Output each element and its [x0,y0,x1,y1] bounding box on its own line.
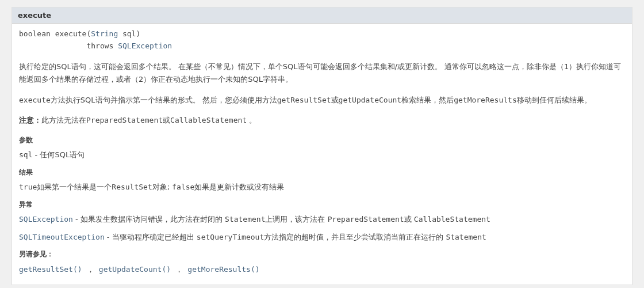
method-detail: execute boolean execute(String sql) thro… [12,7,632,285]
throws-label: 异常 [19,199,625,210]
exception-link[interactable]: SQLTimeoutException [19,233,105,241]
method-title: execute [18,11,51,20]
see-also-links: getResultSet() ， getUpdateCount() ， getM… [19,264,625,276]
param-type-link[interactable]: String [91,29,118,38]
description-para-2: execute方法执行SQL语句并指示第一个结果的形式。 然后，您必须使用方法g… [19,94,625,107]
return-type: boolean [19,29,51,38]
param-desc: 任何SQL语句 [40,150,85,159]
throws-item: SQLTimeoutException - 当驱动程序确定已经超出 setQue… [19,232,625,244]
method-header: execute [12,7,632,24]
see-also-label: 另请参见： [19,249,625,260]
see-also-link[interactable]: getMoreResults() [187,265,259,274]
param-name: sql [19,150,32,159]
note: 注意：此方法无法在PreparedStatement或CallableState… [19,115,625,127]
throws-item: SQLException - 如果发生数据库访问错误，此方法在封闭的 State… [19,214,625,226]
param-item: sql - 任何SQL语句 [19,149,625,161]
description-para-1: 执行给定的SQL语句，这可能会返回多个结果。 在某些（不常见）情况下，单个SQL… [19,60,625,86]
returns-label: 结果 [19,167,625,178]
see-also-link[interactable]: getResultSet() [19,265,82,274]
method-name: execute [55,29,87,38]
throws-type-link[interactable]: SQLException [118,41,172,50]
method-body: boolean execute(String sql) throws SQLEx… [12,24,632,285]
note-label: 注意： [19,116,41,124]
params-label: 参数 [19,135,625,146]
method-signature: boolean execute(String sql) throws SQLEx… [19,28,625,52]
exception-link[interactable]: SQLException [19,215,73,223]
return-item: true如果第一个结果是一个ResultSet对象; false如果是更新计数或… [19,181,625,194]
see-also-link[interactable]: getUpdateCount() [99,265,171,274]
